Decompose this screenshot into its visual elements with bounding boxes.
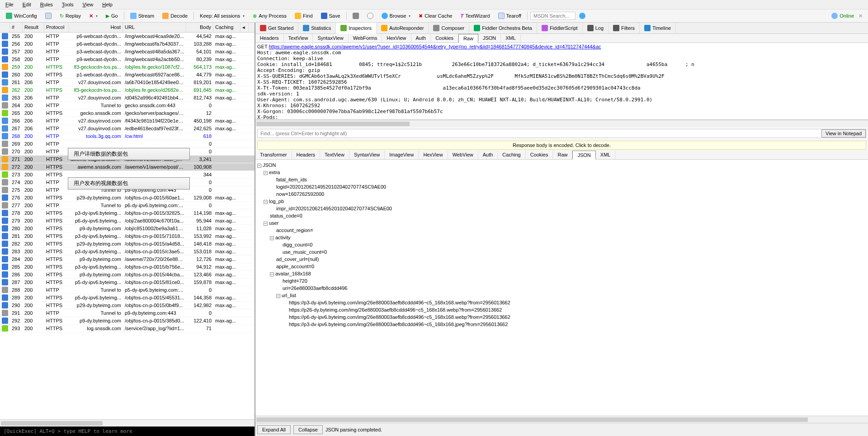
request-tab-auth[interactable]: Auth	[411, 34, 431, 43]
tab-autoresponder[interactable]: AutoResponder	[377, 23, 429, 33]
tab-log[interactable]: Log	[583, 23, 609, 33]
session-row[interactable]: 267206HTTPv27.douyinvod.com/edbe4618ecda…	[0, 125, 255, 133]
tab-get-started[interactable]: Get Started	[255, 23, 298, 33]
response-tab-syntaxview[interactable]: SyntaxView	[349, 151, 385, 159]
menu-file[interactable]: File	[2, 1, 17, 8]
col-url[interactable]: URL	[123, 23, 186, 32]
tab-composer[interactable]: Composer	[429, 23, 469, 33]
session-row[interactable]: 288200HTTPTunnel top5-dy-ipv6.byteimg.co…	[0, 286, 255, 294]
tab-statistics[interactable]: Statistics	[298, 23, 336, 33]
tab-inspectors[interactable]: Inspectors	[336, 23, 377, 34]
col-id[interactable]: #	[10, 23, 23, 32]
tree-scrollbar[interactable]	[255, 416, 868, 423]
decode-button[interactable]: Decode	[159, 11, 191, 21]
session-row[interactable]: 260200HTTPSp1-webcast-dycdn.../img/webca…	[0, 71, 255, 79]
tree-toggle-icon[interactable]: −	[264, 171, 268, 175]
session-row[interactable]: 262200HTTPSlf3-geckocdn-tos.ps.../obj/ie…	[0, 86, 255, 94]
browse-button[interactable]: Browse▾	[378, 11, 414, 21]
replay-button[interactable]: ↻Replay	[57, 11, 84, 21]
tree-toggle-icon[interactable]: −	[264, 222, 268, 226]
session-row[interactable]: 279200HTTPSp6-dy-ipv6.byteimg.../obj/2ae…	[0, 217, 255, 225]
session-row[interactable]: 265200HTTPSgecko.snssdk.com/gecko/server…	[0, 109, 255, 117]
session-row[interactable]: 257200HTTPp3-webcast-dycdn.../img/webcas…	[0, 48, 255, 56]
msdn-search-input[interactable]	[530, 12, 576, 20]
keep-dropdown[interactable]: Keep: All sessions▾	[197, 11, 248, 20]
col-extra[interactable]: ◂	[241, 23, 249, 32]
tab-fiddlerscript[interactable]: FiddlerScript	[537, 23, 583, 33]
col-host[interactable]: Host	[69, 23, 123, 32]
tree-node[interactable]: impr_id=202012062149520102040270774SC9AE…	[257, 205, 866, 212]
any-process-button[interactable]: ⊕Any Process	[250, 11, 290, 21]
tree-toggle-icon[interactable]: −	[270, 272, 274, 276]
winconfig-button[interactable]: WinConfig	[3, 11, 40, 21]
collapse-button[interactable]: Collapse	[293, 425, 323, 434]
remove-button[interactable]: ✕▾	[86, 11, 101, 21]
textwizard-button[interactable]: TTextWizard	[457, 11, 493, 20]
request-raw-view[interactable]: GET https://aweme-eagle.snssdk.com/aweme…	[255, 43, 868, 120]
session-row[interactable]: 289200HTTPSp5-dy-ipv6.byteimg.../obj/tos…	[0, 294, 255, 302]
session-row[interactable]: 278200HTTPSp3-dy-ipv6.byteimg.../obj/tos…	[0, 209, 255, 217]
request-tab-syntaxview[interactable]: SyntaxView	[313, 34, 348, 43]
tree-node[interactable]: −activity	[257, 234, 866, 241]
response-tab-textview[interactable]: TextView	[320, 151, 349, 159]
tearoff-button[interactable]: Tearoff	[495, 11, 524, 21]
request-tab-webforms[interactable]: WebForms	[349, 34, 382, 43]
tree-node[interactable]: uri=26e880003aefb8cddd496	[257, 284, 866, 292]
tree-node[interactable]: height=720	[257, 277, 866, 284]
screenshot-button[interactable]	[349, 11, 362, 21]
tree-node[interactable]: −JSON	[257, 161, 866, 169]
tree-node[interactable]: status_code=0	[257, 212, 866, 219]
session-row[interactable]: 272200HTTPSaweme.snssdk.com/aweme/v1/awe…	[0, 163, 255, 171]
session-row[interactable]: 266206HTTPv27.douyinvod.com/f4343c981b19…	[0, 117, 255, 125]
response-tab-raw[interactable]: Raw	[553, 151, 572, 159]
tree-node[interactable]: https://p3-dv-ipv6.byteimg.com/img/26e88…	[257, 321, 866, 328]
view-in-notepad-button[interactable]: View in Notepad	[821, 129, 866, 137]
session-row[interactable]: 263206HTTPv27.douyinvod.com/d0452a996c49…	[0, 94, 255, 102]
session-row[interactable]: 285200HTTPSp3-dy-ipv6.byteimg.../obj/tos…	[0, 263, 255, 271]
request-tab-cookies[interactable]: Cookies	[431, 34, 458, 43]
tab-filters[interactable]: Filters	[609, 23, 640, 33]
session-row[interactable]: 261206HTTPv27.douyinvod.com/a6b70410e185…	[0, 79, 255, 86]
save-button[interactable]: Save	[318, 11, 344, 21]
tab-fiddler-orchestra-beta[interactable]: Fiddler Orchestra Beta	[469, 23, 537, 33]
request-tab-xml[interactable]: XML	[501, 34, 521, 43]
request-tab-textview[interactable]: TextView	[284, 34, 313, 43]
session-row[interactable]: 276200HTTPSp29-dy.byteimg.com/obj/tos-cn…	[0, 194, 255, 202]
expand-all-button[interactable]: Expand All	[257, 425, 291, 434]
raw-scrollbar[interactable]	[255, 120, 868, 127]
session-row[interactable]: 291200HTTPTunnel top9-dy.byteimg.com:443…	[0, 309, 255, 317]
tree-node[interactable]: account_region=	[257, 227, 866, 234]
session-row[interactable]: 268200HTTPtools.3g.qq.com/cw.html618	[0, 133, 255, 140]
session-row[interactable]: 256200HTTPp6-webcast-dycdn.../img/webcas…	[0, 40, 255, 48]
request-tab-json[interactable]: JSON	[478, 34, 501, 43]
stream-button[interactable]: Stream	[127, 11, 157, 21]
col-caching[interactable]: Caching	[213, 23, 241, 32]
help-icon[interactable]	[579, 13, 585, 19]
menu-view[interactable]: View	[79, 1, 97, 8]
menu-help[interactable]: Help	[99, 1, 116, 8]
comment-button[interactable]	[42, 11, 55, 21]
find-input[interactable]	[258, 129, 821, 137]
session-row[interactable]: 290200HTTPSp29-dy.byteimg.com/obj/tos-cn…	[0, 302, 255, 309]
horizontal-scrollbar[interactable]	[0, 419, 255, 427]
session-row[interactable]: 277200HTTPTunnel top6-dy-ipv6.byteimg.co…	[0, 202, 255, 209]
response-tab-cookies[interactable]: Cookies	[526, 151, 553, 159]
tree-node[interactable]: https://p3-dy-ipv6.byteimg.com/img/26e88…	[257, 299, 866, 306]
find-button[interactable]: Find	[292, 11, 316, 21]
response-tab-json[interactable]: JSON	[572, 151, 595, 160]
tree-toggle-icon[interactable]: −	[276, 294, 280, 298]
tree-node[interactable]: −avatar_168x168	[257, 270, 866, 277]
tree-node[interactable]: use_music_count=0	[257, 248, 866, 256]
tab-timeline[interactable]: Timeline	[640, 23, 676, 33]
session-row[interactable]: 292200HTTPSp9-dy.byteimg.com/obj/tos-cn-…	[0, 317, 255, 325]
request-tab-raw[interactable]: Raw	[458, 34, 478, 43]
session-row[interactable]: 281200HTTPSp3-dy-ipv6.byteimg.../obj/tos…	[0, 232, 255, 240]
tree-node[interactable]: −url_list	[257, 292, 866, 299]
tree-node[interactable]: digg_count=0	[257, 241, 866, 248]
timer-button[interactable]	[364, 11, 377, 21]
response-tab-imageview[interactable]: ImageView	[385, 151, 419, 159]
tree-toggle-icon[interactable]: −	[257, 164, 261, 168]
col-body[interactable]: Body	[186, 23, 213, 32]
session-list[interactable]: 用户详细数据的数据包 用户发布的视频数据包 255200HTTPp6-webca…	[0, 33, 255, 419]
session-row[interactable]: 280200HTTPSp9-dy.byteimg.com/obj/c851000…	[0, 225, 255, 232]
